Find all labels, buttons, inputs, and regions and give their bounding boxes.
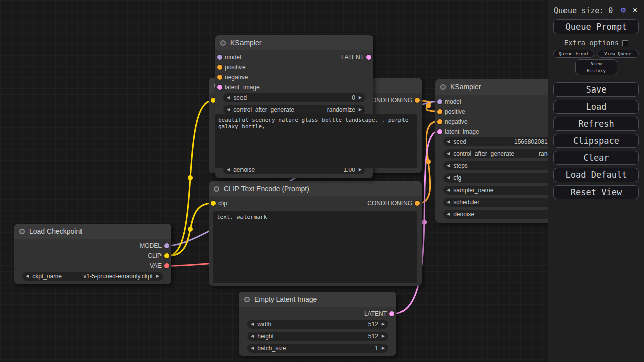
node-empty-latent-image[interactable]: Empty Latent Image LATENT ◀ width 512 ▶ …	[239, 292, 396, 356]
reset-view-button[interactable]: Reset View	[553, 185, 639, 199]
slot-row: model LATENT	[215, 52, 373, 62]
node-graph-canvas[interactable]: clip CONDITIONING KSampler model LATENT …	[0, 0, 644, 362]
increment-arrow-icon[interactable]: ▶	[156, 272, 159, 281]
input-slot-model[interactable]	[217, 55, 222, 60]
node-clip-text-encode-negative[interactable]: CLIP Text Encode (Prompt) clip CONDITION…	[209, 181, 422, 286]
decrement-arrow-icon[interactable]: ◀	[227, 105, 230, 114]
widget-control-after-generate[interactable]: ◀ control_after_generate randomize ▶	[223, 105, 365, 114]
queue-prompt-button[interactable]: Queue Prompt	[553, 19, 639, 34]
link-midpoint-dot	[188, 175, 193, 180]
view-queue-button[interactable]: View Queue	[597, 50, 639, 58]
widget-label: control_after_generate	[453, 150, 514, 157]
widget-value: 1	[375, 345, 378, 352]
increment-arrow-icon[interactable]: ▶	[359, 105, 362, 114]
save-button[interactable]: Save	[553, 82, 639, 97]
view-history-label-line1: View	[576, 61, 617, 68]
node-title-bar[interactable]: Load Checkpoint	[14, 224, 171, 239]
node-title: CLIP Text Encode (Prompt)	[224, 181, 309, 196]
widget-value: 0	[352, 94, 355, 101]
input-slot-latent-image[interactable]	[217, 85, 222, 90]
load-button[interactable]: Load	[553, 100, 639, 114]
collapse-dot[interactable]	[214, 186, 219, 192]
node-load-checkpoint[interactable]: Load Checkpoint MODEL CLIP VAE ◀ ckpt_na…	[14, 224, 171, 284]
widget-ckpt-name[interactable]: ◀ ckpt_name v1-5-pruned-emaonly.ckpt ▶	[22, 272, 163, 281]
input-slot-negative[interactable]	[437, 119, 442, 124]
decrement-arrow-icon[interactable]: ◀	[447, 161, 450, 170]
widget-height[interactable]: ◀ height 512 ▶	[247, 332, 388, 341]
widget-label: ckpt_name	[32, 273, 62, 280]
widget-seed[interactable]: ◀ seed 0 ▶	[223, 93, 365, 102]
input-slot-positive[interactable]	[437, 109, 442, 114]
increment-arrow-icon[interactable]: ▶	[382, 332, 385, 341]
decrement-arrow-icon[interactable]: ◀	[251, 320, 254, 329]
collapse-dot[interactable]	[440, 84, 446, 90]
view-history-button[interactable]: View History	[575, 59, 617, 75]
close-icon[interactable]: ✕	[633, 5, 637, 14]
output-slot-label: CLIP	[148, 251, 162, 261]
output-slot-conditioning[interactable]	[415, 201, 420, 206]
decrement-arrow-icon[interactable]: ◀	[447, 210, 450, 219]
output-slot-vae[interactable]	[164, 263, 169, 268]
input-slot-label: clip	[218, 198, 227, 208]
clear-button[interactable]: Clear	[553, 151, 639, 165]
decrement-arrow-icon[interactable]: ◀	[251, 344, 254, 353]
output-slot-latent[interactable]	[366, 55, 371, 60]
output-slot-conditioning[interactable]	[415, 98, 420, 103]
widget-label: batch_size	[257, 345, 286, 352]
decrement-arrow-icon[interactable]: ◀	[447, 198, 450, 207]
output-slot-label: CONDITIONING	[367, 95, 412, 105]
widget-width[interactable]: ◀ width 512 ▶	[247, 320, 388, 329]
collapse-dot[interactable]	[220, 40, 226, 46]
input-slot-positive[interactable]	[217, 65, 222, 70]
increment-arrow-icon[interactable]: ▶	[382, 320, 385, 329]
queue-front-button[interactable]: Queue Front	[553, 50, 594, 58]
output-slot-model[interactable]	[164, 243, 169, 248]
extra-options-label: Extra options	[564, 39, 619, 47]
refresh-button[interactable]: Refresh	[553, 117, 639, 131]
increment-arrow-icon[interactable]: ▶	[382, 344, 385, 353]
widget-label: denoise	[453, 211, 474, 218]
widget-label: height	[257, 333, 274, 340]
node-title-bar[interactable]: CLIP Text Encode (Prompt)	[209, 181, 422, 196]
clipspace-button[interactable]: Clipspace	[553, 134, 639, 148]
widget-label: seed	[233, 94, 247, 101]
output-slot-label: LATENT	[364, 309, 387, 319]
collapse-dot[interactable]	[19, 229, 25, 234]
decrement-arrow-icon[interactable]: ◀	[251, 332, 254, 341]
extra-options-checkbox[interactable]	[622, 40, 628, 46]
widget-value: 512	[368, 321, 378, 328]
queue-size-label: Queue size: 0	[554, 6, 613, 15]
decrement-arrow-icon[interactable]: ◀	[227, 93, 230, 102]
input-slot-clip[interactable]	[211, 201, 216, 206]
decrement-arrow-icon[interactable]: ◀	[447, 137, 450, 146]
decrement-arrow-icon[interactable]: ◀	[447, 149, 450, 158]
input-slot-negative[interactable]	[217, 75, 222, 80]
settings-gear-icon[interactable]: ⚙	[621, 5, 626, 15]
prompt-textarea-positive[interactable]: beautiful scenery nature glass bottle la…	[215, 114, 417, 168]
output-slot-latent[interactable]	[389, 311, 394, 316]
widget-label: control_after_generate	[233, 106, 294, 113]
input-slot-latent-image[interactable]	[437, 129, 442, 134]
node-title-bar[interactable]: KSampler	[215, 35, 373, 50]
slot-row: clip CONDITIONING	[209, 198, 422, 208]
widget-value: 15668020817	[514, 138, 551, 145]
link-midpoint-dot	[422, 220, 427, 225]
input-slot-label: model	[445, 97, 461, 107]
decrement-arrow-icon[interactable]: ◀	[447, 186, 450, 195]
input-slot-model[interactable]	[437, 99, 442, 104]
widget-label: width	[257, 321, 271, 328]
node-title-bar[interactable]: Empty Latent Image	[239, 292, 396, 307]
slot-row: latent_image	[215, 82, 373, 93]
decrement-arrow-icon[interactable]: ◀	[26, 272, 29, 281]
decrement-arrow-icon[interactable]: ◀	[447, 173, 450, 183]
increment-arrow-icon[interactable]: ▶	[359, 93, 362, 102]
prompt-textarea-negative[interactable]: text, watermark	[213, 211, 417, 283]
widget-batch-size[interactable]: ◀ batch_size 1 ▶	[247, 344, 388, 353]
output-slot-clip[interactable]	[164, 253, 169, 258]
collapse-dot[interactable]	[244, 297, 250, 302]
load-default-button[interactable]: Load Default	[553, 168, 639, 182]
widget-label: sampler_name	[453, 187, 493, 194]
view-history-label-line2: History	[576, 68, 617, 75]
input-slot-label: positive	[445, 107, 465, 117]
widget-label: cfg	[453, 174, 461, 182]
